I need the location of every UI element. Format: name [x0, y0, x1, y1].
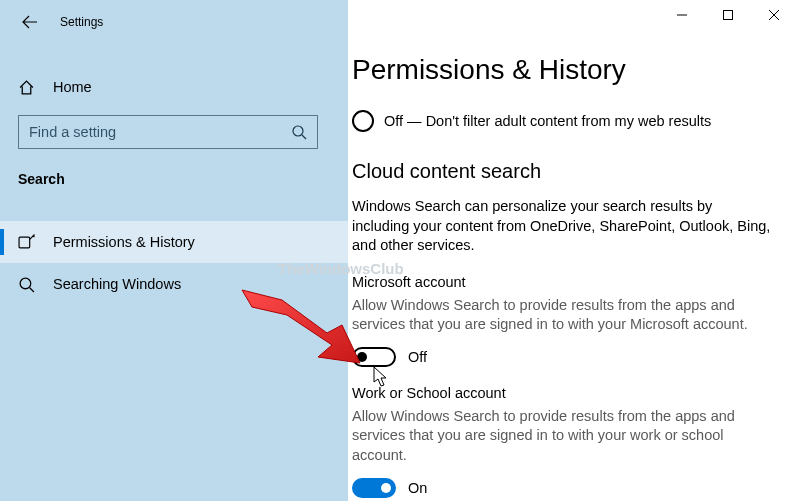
home-icon — [18, 79, 35, 96]
nav-item-permissions-history[interactable]: Permissions & History — [0, 221, 348, 263]
search-icon — [291, 124, 307, 140]
toggle-microsoft-account[interactable] — [352, 347, 396, 367]
section-heading-cloud-content: Cloud content search — [352, 160, 777, 183]
nav-item-searching-windows[interactable]: Searching Windows — [0, 263, 348, 305]
back-button[interactable] — [18, 10, 42, 34]
maximize-button[interactable] — [705, 0, 751, 30]
radio-label: Off — Don't filter adult content from my… — [384, 113, 711, 129]
safesearch-off-radio[interactable]: Off — Don't filter adult content from my… — [352, 110, 777, 132]
maximize-icon — [723, 10, 733, 20]
nav-home[interactable]: Home — [0, 67, 348, 107]
toggle-row-work-school-account: On — [352, 478, 777, 498]
nav-item-label: Searching Windows — [53, 276, 181, 292]
svg-point-3 — [20, 278, 31, 289]
nav-list: Permissions & History Searching Windows — [0, 221, 348, 305]
window-title: Settings — [60, 15, 103, 29]
svg-line-1 — [302, 135, 306, 139]
back-arrow-icon — [22, 14, 38, 30]
setting-desc-work-school-account: Allow Windows Search to provide results … — [352, 407, 777, 466]
svg-line-4 — [30, 287, 34, 291]
search-windows-icon — [18, 276, 35, 293]
close-button[interactable] — [751, 0, 797, 30]
caption-buttons — [659, 0, 797, 30]
main-content: Permissions & History Off — Don't filter… — [348, 0, 797, 501]
sidebar: Settings Home Search Permissions & Histo… — [0, 0, 348, 501]
svg-rect-6 — [724, 11, 733, 20]
toggle-row-microsoft-account: Off — [352, 347, 777, 367]
nav-item-label: Permissions & History — [53, 234, 195, 250]
svg-rect-2 — [19, 237, 30, 248]
svg-point-0 — [293, 126, 303, 136]
nav-home-label: Home — [53, 79, 92, 95]
setting-desc-microsoft-account: Allow Windows Search to provide results … — [352, 296, 777, 335]
radio-icon — [352, 110, 374, 132]
minimize-button[interactable] — [659, 0, 705, 30]
toggle-state-label: On — [408, 480, 427, 496]
setting-title-work-school-account: Work or School account — [352, 385, 777, 401]
section-description: Windows Search can personalize your sear… — [352, 197, 772, 256]
titlebar-left: Settings — [0, 7, 348, 37]
page-title: Permissions & History — [352, 54, 777, 86]
search-box[interactable] — [18, 115, 318, 149]
toggle-work-school-account[interactable] — [352, 478, 396, 498]
close-icon — [769, 10, 779, 20]
search-input[interactable] — [29, 124, 291, 140]
minimize-icon — [677, 10, 687, 20]
permissions-icon — [18, 234, 35, 251]
sidebar-section-label: Search — [18, 171, 348, 187]
setting-title-microsoft-account: Microsoft account — [352, 274, 777, 290]
toggle-state-label: Off — [408, 349, 427, 365]
